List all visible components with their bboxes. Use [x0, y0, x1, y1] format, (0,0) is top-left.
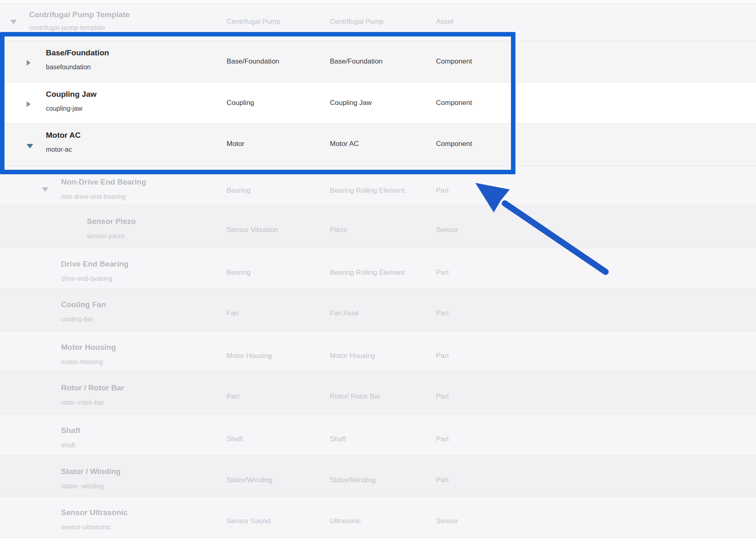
row-name: Non-Drive End Bearing	[61, 178, 146, 187]
collapse-caret-icon[interactable]	[42, 187, 48, 192]
row-id: sensor-piezo	[87, 233, 125, 240]
asset-template-table: Centrifugal Pump Template centrifugal-pu…	[0, 0, 756, 538]
collapse-caret-icon[interactable]	[27, 144, 33, 148]
row-name: Motor AC	[46, 131, 81, 140]
row-id: stator--winding	[61, 483, 104, 490]
row-category: Part	[436, 309, 449, 317]
row-category: Sensor	[436, 517, 458, 525]
row-category: Sensor	[436, 226, 458, 234]
row-type: Fan	[227, 309, 238, 317]
expand-caret-icon[interactable]	[27, 60, 31, 66]
row-category: Component	[436, 140, 472, 148]
row-type: Motor Housing	[227, 352, 272, 360]
table-row[interactable]: Centrifugal Pump Template centrifugal-pu…	[0, 3, 756, 41]
row-category: Component	[436, 99, 472, 107]
row-type: Shaft	[227, 435, 243, 443]
table-row[interactable]: Sensor Piezo sensor-piezo Sensor Vibrati…	[0, 205, 756, 248]
row-class: Motor Housing	[330, 352, 375, 360]
table-row[interactable]: Cooling Fan cooling-fan Fan Fan Axial Pa…	[0, 288, 756, 331]
row-name: Rotor / Rotor Bar	[61, 383, 124, 392]
table-row[interactable]: Shaft shaft Shaft Shaft Part	[0, 414, 756, 456]
row-category: Part	[436, 352, 449, 360]
row-class: Shaft	[330, 435, 346, 443]
row-name: Motor Housing	[61, 343, 116, 352]
row-name: Sensor Piezo	[87, 217, 136, 226]
table-row[interactable]: Rotor / Rotor Bar rotor--rotor-bar Part …	[0, 372, 756, 415]
row-type: Coupling	[227, 99, 254, 107]
row-class: Bearing Rolling Element	[330, 269, 404, 277]
row-id: coupling-jaw	[46, 105, 82, 112]
table-row[interactable]: Sensor Ultrasonic sensor-ultrasonic Sens…	[0, 496, 756, 538]
row-type: Stator/Winding	[227, 476, 272, 484]
row-name: Cooling Fan	[61, 300, 106, 309]
row-category: Part	[436, 392, 449, 401]
row-category: Component	[436, 57, 472, 66]
row-class: Ultrasonic	[330, 517, 361, 525]
row-class: Rotor/ Rotor Bar	[330, 392, 381, 401]
table-row[interactable]: Coupling Jaw coupling-jaw Coupling Coupl…	[0, 82, 756, 123]
row-id: centrifugal-pump-template	[29, 24, 105, 32]
row-type: Sensor Sound	[227, 517, 271, 525]
row-type: Part	[227, 392, 239, 401]
row-type: Centrifugal Pump	[227, 18, 280, 26]
row-id: basefoundation	[46, 64, 91, 71]
row-class: Base/Foundation	[330, 57, 383, 66]
row-class: Piezo	[330, 226, 347, 234]
collapse-caret-icon[interactable]	[10, 20, 17, 24]
table-row[interactable]: Stator / Winding stator--winding Stator/…	[0, 455, 756, 497]
row-name: Sensor Ultrasonic	[61, 508, 128, 517]
row-category: Part	[436, 269, 449, 277]
row-category: Part	[436, 187, 449, 195]
row-id: non-drive-end-bearing	[61, 193, 125, 201]
row-type: Motor	[227, 140, 244, 148]
row-id: drive-end-bearing	[61, 275, 112, 283]
row-id: motor-housing	[61, 358, 103, 366]
table-top-strip	[0, 0, 756, 3]
row-name: Shaft	[61, 426, 81, 435]
row-id: shaft	[61, 442, 75, 449]
row-id: rotor--rotor-bar	[61, 399, 104, 406]
row-class: Coupling Jaw	[330, 99, 372, 107]
expand-caret-icon[interactable]	[27, 101, 31, 107]
row-class: Fan Axial	[330, 309, 359, 317]
table-row[interactable]: Drive End Bearing drive-end-bearing Bear…	[0, 248, 756, 289]
row-name: Drive End Bearing	[61, 260, 129, 269]
row-category: Part	[436, 476, 449, 484]
table-row[interactable]: Motor Housing motor-housing Motor Housin…	[0, 331, 756, 372]
row-type: Bearing	[227, 187, 251, 195]
row-type: Sensor Vibration	[227, 226, 278, 234]
row-id: sensor-ultrasonic	[61, 524, 111, 531]
table-row[interactable]: Non-Drive End Bearing non-drive-end-bear…	[0, 166, 756, 205]
row-category: Part	[436, 435, 449, 443]
row-name: Centrifugal Pump Template	[29, 10, 130, 19]
row-class: Bearing Rolling Element	[330, 187, 404, 195]
row-type: Base/Foundation	[227, 57, 279, 66]
row-id: motor-ac	[46, 146, 72, 153]
row-class: Centrifugal Pump	[330, 18, 384, 26]
table-row[interactable]: Motor AC motor-ac Motor Motor AC Compone…	[0, 123, 756, 166]
row-id: cooling-fan	[61, 316, 93, 323]
row-name: Coupling Jaw	[46, 90, 97, 99]
row-class: Stator/Winding	[330, 476, 376, 484]
table-row[interactable]: Base/Foundation basefoundation Base/Foun…	[0, 41, 756, 82]
row-class: Motor AC	[330, 140, 359, 148]
row-name: Stator / Winding	[61, 467, 120, 476]
row-category: Asset	[436, 18, 454, 26]
row-type: Bearing	[227, 269, 251, 277]
row-name: Base/Foundation	[46, 48, 109, 57]
